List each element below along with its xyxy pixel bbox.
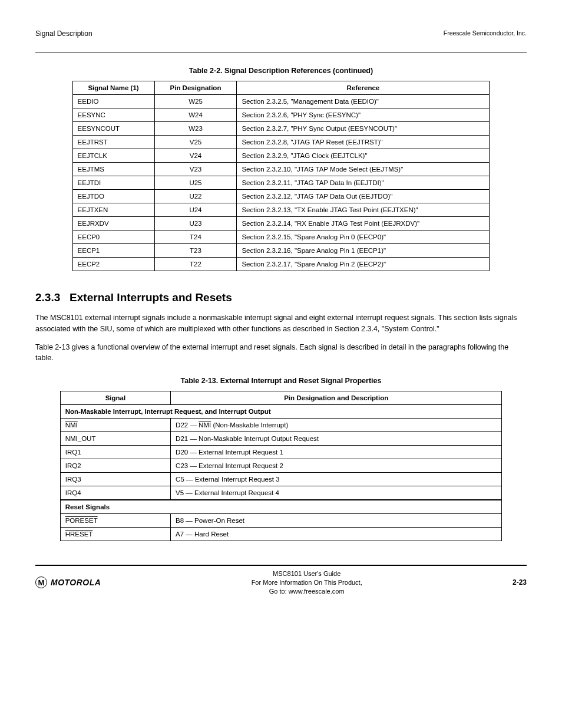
table-row: IRQ3C5 — External Interrupt Request 3 [60, 473, 502, 486]
motorola-logo: M MOTOROLA [35, 577, 101, 588]
cell-signal-name: EEJTMS [72, 163, 154, 176]
cell-pin: U25 [154, 176, 237, 190]
cell-pin: V24 [154, 149, 237, 163]
table-row: PORESETB8 — Power-On Reset [60, 514, 502, 528]
cell-description: V5 — External Interrupt Request 4 [171, 486, 502, 500]
cell-reference: Section 2.3.2.9, "JTAG Clock (EEJTCLK)" [237, 149, 490, 163]
category-cell: Reset Signals [60, 500, 502, 514]
table-row: IRQ4V5 — External Interrupt Request 4 [60, 486, 502, 500]
table-row: EEJTXENU24Section 2.3.2.13, "TX Enable J… [72, 203, 490, 217]
cell-reference: Section 2.3.2.6, "PHY Sync (EESYNC)" [237, 108, 490, 122]
table-row: NMI_OUTD21 — Non-Maskable Interrupt Outp… [60, 432, 502, 446]
cell-reference: Section 2.3.2.12, "JTAG TAP Data Out (EE… [237, 190, 490, 203]
cell-reference: Section 2.3.2.14, "RX Enable JTAG Test P… [237, 217, 490, 230]
section-para-2: Table 2-13 gives a functional overview o… [35, 342, 527, 364]
cell-reference: Section 2.3.2.13, "TX Enable JTAG Test P… [237, 203, 490, 217]
cell-signal: IRQ4 [60, 486, 170, 500]
cell-description: C5 — External Interrupt Request 3 [171, 473, 502, 486]
motorola-wordmark: MOTOROLA [51, 578, 101, 587]
table-row: EECP0T24Section 2.3.2.15, "Spare Analog … [72, 230, 490, 244]
cell-signal: IRQ2 [60, 459, 170, 473]
cell-pin: V23 [154, 163, 237, 176]
table1-title: Table 2-2. Signal Description References… [35, 67, 527, 75]
section-heading: 2.3.3 External Interrupts and Resets [35, 291, 527, 304]
cell-pin: T24 [154, 230, 237, 244]
table-row: HRESETA7 — Hard Reset [60, 528, 502, 541]
table-header-row: Signal Pin Designation and Description [60, 391, 502, 405]
cell-signal-name: EECP2 [72, 258, 154, 271]
cell-signal-name: EEJTRST [72, 136, 154, 149]
cell-signal: PORESET [60, 514, 170, 528]
page-number: 2-23 [513, 578, 527, 587]
cell-description: A7 — Hard Reset [171, 528, 502, 541]
col-signal: Signal [60, 391, 170, 405]
footer-info-2: Go to: www.freescale.com [101, 587, 513, 596]
cell-signal: IRQ3 [60, 473, 170, 486]
col-reference: Reference [237, 81, 490, 95]
table-row: IRQ1D20 — External Interrupt Request 1 [60, 446, 502, 459]
section-number: 2.3.3 [35, 291, 60, 304]
table-row: EEJRXDVU23Section 2.3.2.14, "RX Enable J… [72, 217, 490, 230]
footer-doc-title: MSC8101 User's Guide [101, 569, 513, 578]
cell-signal-name: EEDIO [72, 95, 154, 108]
cell-pin: V25 [154, 136, 237, 149]
table-row: EESYNCOUTW23Section 2.3.2.7, "PHY Sync O… [72, 122, 490, 136]
table-row: IRQ2C23 — External Interrupt Request 2 [60, 459, 502, 473]
cell-signal: IRQ1 [60, 446, 170, 459]
section-para-1: The MSC8101 external interrupt signals i… [35, 312, 527, 335]
header-left: Signal Description [35, 29, 92, 38]
signal-reference-table: Signal Name (1) Pin Designation Referenc… [72, 81, 490, 271]
cell-reference: Section 2.3.2.15, "Spare Analog Pin 0 (E… [237, 230, 490, 244]
cell-pin: W24 [154, 108, 237, 122]
table-row: EEJTRSTV25Section 2.3.2.8, "JTAG TAP Res… [72, 136, 490, 149]
cell-signal-name: EESYNCOUT [72, 122, 154, 136]
cell-reference: Section 2.3.2.17, "Spare Analog Pin 2 (E… [237, 258, 490, 271]
section-title: External Interrupts and Resets [70, 291, 232, 304]
cell-reference: Section 2.3.2.11, "JTAG TAP Data In (EEJ… [237, 176, 490, 190]
col-signal-name: Signal Name (1) [72, 81, 154, 95]
cell-pin: U22 [154, 190, 237, 203]
table-header-row: Signal Name (1) Pin Designation Referenc… [72, 81, 490, 95]
table-row: EESYNCW24Section 2.3.2.6, "PHY Sync (EES… [72, 108, 490, 122]
cell-pin: W23 [154, 122, 237, 136]
cell-pin: U23 [154, 217, 237, 230]
table-row: EECP2T22Section 2.3.2.17, "Spare Analog … [72, 258, 490, 271]
cell-reference: Section 2.3.2.16, "Spare Analog Pin 1 (E… [237, 244, 490, 258]
header-right: Freescale Semiconductor, Inc. [444, 29, 527, 37]
table-row: NMID22 — NMI (Non-Maskable Interrupt) [60, 419, 502, 432]
cell-reference: Section 2.3.2.7, "PHY Sync Output (EESYN… [237, 122, 490, 136]
cell-signal-name: EESYNC [72, 108, 154, 122]
cell-reference: Section 2.3.2.10, "JTAG TAP Mode Select … [237, 163, 490, 176]
cell-pin: W25 [154, 95, 237, 108]
col-pin-desc: Pin Designation and Description [171, 391, 502, 405]
cell-signal-name: EEJRXDV [72, 217, 154, 230]
cell-signal-name: EECP1 [72, 244, 154, 258]
cell-signal: NMI [60, 419, 170, 432]
table-row: EEJTDOU22Section 2.3.2.12, "JTAG TAP Dat… [72, 190, 490, 203]
cell-reference: Section 2.3.2.8, "JTAG TAP Reset (EEJTRS… [237, 136, 490, 149]
table-row: EEJTCLKV24Section 2.3.2.9, "JTAG Clock (… [72, 149, 490, 163]
cell-description: D21 — Non-Maskable Interrupt Output Requ… [171, 432, 502, 446]
cell-pin: T22 [154, 258, 237, 271]
cell-reference: Section 2.3.2.5, "Management Data (EEDIO… [237, 95, 490, 108]
interrupt-reset-table: Signal Pin Designation and Description N… [60, 391, 503, 541]
cell-signal-name: EECP0 [72, 230, 154, 244]
table-category-row: Non-Maskable Interrupt, Interrupt Reques… [60, 405, 502, 419]
footer-info-1: For More Information On This Product, [101, 578, 513, 587]
table-category-row: Reset Signals [60, 500, 502, 514]
cell-signal-name: EEJTCLK [72, 149, 154, 163]
category-cell: Non-Maskable Interrupt, Interrupt Reques… [60, 405, 502, 419]
cell-pin: U24 [154, 203, 237, 217]
cell-description: B8 — Power-On Reset [171, 514, 502, 528]
motorola-icon: M [35, 577, 47, 588]
table-row: EECP1T23Section 2.3.2.16, "Spare Analog … [72, 244, 490, 258]
cell-pin: T23 [154, 244, 237, 258]
page-footer: M MOTOROLA MSC8101 User's Guide For More… [35, 565, 527, 596]
col-pin: Pin Designation [154, 81, 237, 95]
table-row: EEJTDIU25Section 2.3.2.11, "JTAG TAP Dat… [72, 176, 490, 190]
cell-signal-name: EEJTDO [72, 190, 154, 203]
cell-signal: HRESET [60, 528, 170, 541]
cell-signal: NMI_OUT [60, 432, 170, 446]
cell-description: C23 — External Interrupt Request 2 [171, 459, 502, 473]
table2-title: Table 2-13. External Interrupt and Reset… [35, 377, 527, 385]
